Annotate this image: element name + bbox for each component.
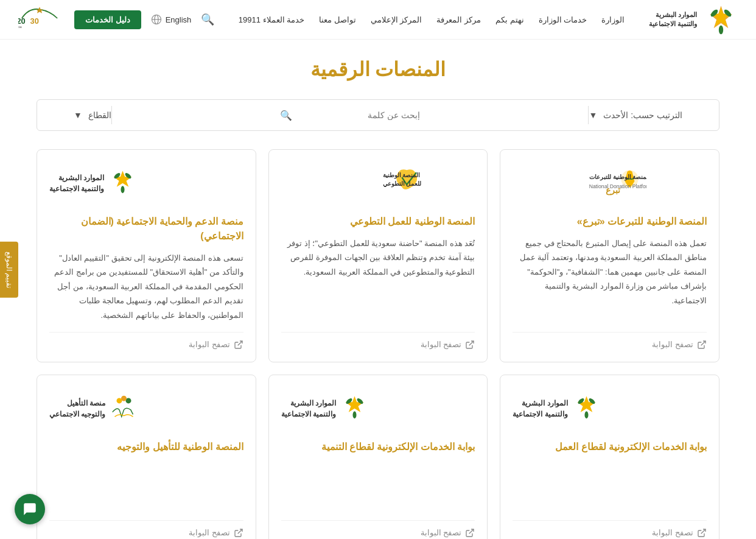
card-title-donation: المنصة الوطنية للتبرعات «تبرع» — [513, 214, 707, 229]
external-link-icon-2 — [465, 340, 475, 350]
sector-label: القطاع — [88, 110, 111, 120]
svg-text:KINGDOM OF SAUDI ARABIA: KINGDOM OF SAUDI ARABIA — [18, 26, 22, 29]
card-desc-donation: تعمل هذه المنصة على إيصال المتبرع بالمحت… — [513, 236, 707, 322]
nav-contact[interactable]: تواصل معنا — [319, 15, 356, 24]
svg-point-4 — [719, 25, 723, 34]
search-icon[interactable]: 🔍 — [201, 13, 214, 26]
svg-line-25 — [237, 341, 242, 345]
external-link-icon-4 — [697, 528, 707, 538]
filter-divider — [588, 106, 589, 124]
card-logo-development: الموارد البشرية والتنمية الاجتماعية — [281, 387, 475, 430]
card-logo-rehab: منصة التأهيل والتوجيه الاجتماعي — [49, 387, 243, 430]
side-tab[interactable]: تقييم الموقع — [0, 241, 18, 297]
nav-customer-service[interactable]: خدمة العملاء 19911 — [239, 15, 304, 24]
card-logo-donation: تبرع المنصة الوطنية للتبرعات National Do… — [513, 162, 707, 205]
svg-marker-31 — [346, 396, 364, 412]
card-title-rehab: المنصة الوطنية للتأهيل والتوجيه — [49, 440, 243, 454]
header-left: 🔍 English دليل الخدمات 20 30 — [18, 4, 214, 35]
card-desc-development — [281, 462, 475, 510]
card-desc-volunteer: تُعَد هذه المنصة "حاضنة سعودية للعمل الت… — [281, 236, 475, 322]
card-logo-social: الموارد البشرية والتنمية الاجتماعية — [49, 162, 243, 205]
card-donation[interactable]: تبرع المنصة الوطنية للتبرعات National Do… — [500, 149, 719, 362]
portal-link-label-6: تصفح البوابة — [189, 528, 230, 537]
header: الموارد البشرية والتنمية الاجتماعية الوز… — [0, 0, 756, 40]
card-footer-volunteer[interactable]: تصفح البوابة — [281, 332, 475, 350]
logo-text: الموارد البشرية والتنمية الاجتماعية — [649, 10, 697, 29]
svg-text:المنصة الوطنية: المنصة الوطنية — [382, 172, 420, 179]
sort-chevron-icon: ▼ — [589, 110, 597, 120]
external-link-icon-6 — [234, 528, 243, 538]
portal-link-label-4: تصفح البوابة — [652, 528, 693, 537]
search-box: 🔍 — [112, 110, 589, 121]
external-link-icon — [697, 340, 707, 350]
nav-media[interactable]: المركز الإعلامي — [371, 15, 422, 24]
card-logo-volunteer: المنصة الوطنية للعمل التطوعي — [281, 162, 475, 205]
external-link-icon-3 — [234, 340, 243, 350]
card-footer-development[interactable]: تصفح البوابة — [281, 520, 475, 538]
card-volunteer[interactable]: المنصة الوطنية للعمل التطوعي المنصة الوط… — [268, 149, 488, 362]
ministry-logo-icon-5 — [341, 393, 368, 424]
nav-ministry-services[interactable]: خدمات الوزارة — [539, 15, 587, 24]
card-rehab[interactable]: منصة التأهيل والتوجيه الاجتماعي المنصة ا… — [37, 375, 256, 539]
ministry-logo[interactable]: الموارد البشرية والتنمية الاجتماعية — [649, 3, 738, 37]
sector-filter[interactable]: القطاع ▼ — [74, 110, 111, 120]
svg-line-30 — [701, 529, 705, 534]
search-icon[interactable]: 🔍 — [280, 110, 292, 121]
portal-link-label-5: تصفح البوابة — [421, 528, 462, 537]
card-social-support[interactable]: الموارد البشرية والتنمية الاجتماعية منصة… — [37, 149, 256, 362]
header-right: الموارد البشرية والتنمية الاجتماعية — [649, 3, 738, 37]
vision-2030-logo: 20 30 KINGDOM OF SAUDI ARABIA — [18, 4, 61, 35]
card-footer-social[interactable]: تصفح البوابة — [49, 332, 243, 350]
sector-chevron-icon: ▼ — [74, 110, 82, 120]
svg-text:30: 30 — [30, 16, 39, 26]
portal-link-label: تصفح البوابة — [652, 340, 693, 349]
card-development[interactable]: الموارد البشرية والتنمية الاجتماعية بواب… — [268, 375, 488, 539]
svg-text:المنصة الوطنية للتبرعات: المنصة الوطنية للتبرعات — [589, 173, 646, 180]
card-title-labor: بوابة الخدمات الإلكترونية لقطاع العمل — [513, 440, 707, 454]
page-title-section: المنصات الرقمية — [0, 40, 756, 93]
language-button[interactable]: English — [151, 14, 192, 25]
rehab-logo-icon — [110, 393, 138, 424]
nav-knowledge[interactable]: مركز المعرفة — [436, 15, 481, 24]
page-title: المنصات الرقمية — [12, 58, 744, 81]
external-link-icon-5 — [465, 528, 475, 538]
svg-line-39 — [237, 529, 242, 534]
svg-text:National Donation Platform: National Donation Platform — [589, 183, 646, 189]
svg-point-24 — [121, 186, 125, 193]
search-input[interactable] — [298, 110, 420, 120]
nav-care[interactable]: نهتم بكم — [495, 15, 524, 24]
card-title-development: بوابة الخدمات الإلكترونية لقطاع التنمية — [281, 440, 475, 454]
svg-text:20: 20 — [18, 16, 26, 26]
sort-filter[interactable]: الترتيب حسب: الأحدث ▼ — [589, 110, 682, 120]
svg-point-29 — [584, 411, 588, 418]
sort-label: الترتيب حسب: الأحدث — [603, 110, 682, 120]
card-desc-labor — [513, 462, 707, 510]
nav-ministry[interactable]: الوزارة — [601, 15, 625, 24]
portal-link-label-3: تصفح البوابة — [189, 340, 230, 349]
vision-2030-svg: 20 30 KINGDOM OF SAUDI ARABIA — [18, 4, 61, 33]
ministry-logo-icon-4 — [573, 393, 600, 424]
card-desc-social: تسعى هذه المنصة الإلكترونية إلى تحقيق "ا… — [49, 251, 243, 322]
filter-divider-2 — [111, 106, 112, 124]
main-nav: الوزارة خدمات الوزارة نهتم بكم مركز المع… — [214, 15, 649, 24]
card-desc-rehab — [49, 462, 243, 510]
ministry-logo-icon-3 — [109, 168, 136, 199]
card-footer-labor[interactable]: تصفح البوابة — [513, 520, 707, 538]
donation-platform-logo-svg: تبرع المنصة الوطنية للتبرعات National Do… — [513, 164, 646, 203]
svg-marker-21 — [114, 171, 132, 186]
svg-line-35 — [469, 529, 474, 534]
side-tab-label: تقييم الموقع — [5, 251, 13, 287]
globe-icon — [151, 14, 162, 25]
card-labor[interactable]: الموارد البشرية والتنمية الاجتماعية بواب… — [500, 375, 719, 539]
svg-point-38 — [121, 396, 127, 401]
portal-link-label-2: تصفح البوابة — [421, 340, 462, 349]
svg-line-17 — [701, 341, 705, 345]
card-footer-rehab[interactable]: تصفح البوابة — [49, 520, 243, 538]
svg-marker-26 — [577, 396, 595, 412]
chat-icon — [22, 501, 38, 517]
card-footer-donation[interactable]: تصفح البوابة — [513, 332, 707, 350]
services-guide-button[interactable]: دليل الخدمات — [74, 10, 141, 29]
svg-text:للعمل التطوعي: للعمل التطوعي — [382, 180, 421, 188]
volunteer-platform-logo-svg: المنصة الوطنية للعمل التطوعي — [281, 164, 421, 203]
chat-button[interactable] — [15, 494, 45, 524]
